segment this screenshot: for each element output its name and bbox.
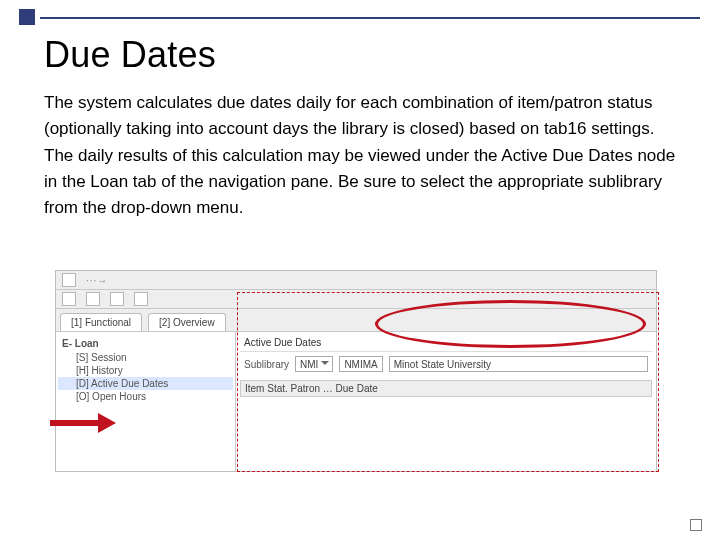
nav-item-history[interactable]: [H] History [58,364,233,377]
nav-root-loan[interactable]: E- Loan [58,336,233,351]
slide-body-text: The system calculates due dates daily fo… [44,90,686,222]
nav-item-session[interactable]: [S] Session [58,351,233,364]
toolbar-button[interactable] [62,273,76,287]
arrow-head-icon [98,413,126,433]
toolbar-button[interactable] [62,292,76,306]
sublibrary-row: Sublibrary NMI NMIMA Minot State Univers… [240,352,652,376]
nav-tree: E- Loan [S] Session [H] History [D] Acti… [56,332,236,472]
toolbar-button[interactable] [110,292,124,306]
nav-item-active-due-dates[interactable]: [D] Active Due Dates [58,377,233,390]
footer-square-decor [690,519,702,531]
org-code-field[interactable]: NMIMA [339,356,382,372]
arrow-shaft [50,420,100,426]
top-rule [40,17,700,19]
pane-title: Active Due Dates [240,336,652,352]
corner-square-decor [19,9,35,25]
tab-functional[interactable]: [1] Functional [60,313,142,331]
org-name-field: Minot State University [389,356,648,372]
tab-overview[interactable]: [2] Overview [148,313,226,331]
nav-tabs: [1] Functional [2] Overview [56,309,656,332]
annotation-arrow [50,415,118,431]
toolbar-button[interactable] [86,292,100,306]
sublibrary-label: Sublibrary [244,359,289,370]
sublibrary-dropdown[interactable]: NMI [295,356,333,372]
toolbar-overflow-icon[interactable]: ···→ [86,275,108,286]
toolbar-row-1: ···→ [56,271,656,290]
slide: Due Dates The system calculates due date… [0,0,720,540]
detail-pane: Active Due Dates Sublibrary NMI NMIMA Mi… [236,332,656,472]
toolbar-button[interactable] [134,292,148,306]
nav-item-open-hours[interactable]: [O] Open Hours [58,390,233,403]
slide-title: Due Dates [44,34,690,76]
toolbar-row-2 [56,290,656,309]
due-dates-list-header: Item Stat. Patron … Due Date [240,380,652,397]
app-window: ···→ [1] Functional [2] Overview E- Loan… [55,270,657,472]
